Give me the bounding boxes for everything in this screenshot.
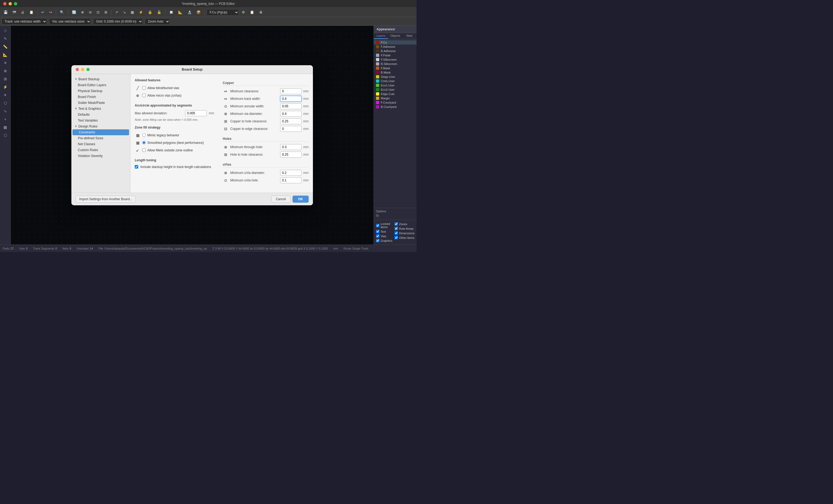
3d-button[interactable]: 📦 — [195, 9, 203, 15]
tree-item-predefined-sizes[interactable]: Pre-defined Sizes — [71, 135, 130, 141]
tree-item-text-graphics[interactable]: ▼ Text & Graphics — [71, 106, 130, 112]
redo-button[interactable]: ↪ — [47, 9, 54, 15]
min-annular-width-input[interactable] — [280, 103, 302, 109]
tree-item-text-variables[interactable]: Text Variables — [71, 118, 130, 123]
layer-item-adhesive1[interactable]: F.Adhesive — [374, 45, 416, 49]
tree-item-custom-rules[interactable]: Custom Rules — [71, 147, 130, 153]
min-uvia-hole-input[interactable] — [280, 177, 302, 183]
netlist-button[interactable]: 📐 — [176, 9, 184, 15]
locked-items-checkbox[interactable] — [376, 224, 379, 227]
import-settings-button[interactable]: Import Settings from Another Board... — [76, 196, 136, 202]
layer-item-dwgs[interactable]: Dwgs.User — [374, 75, 416, 79]
lock-button[interactable]: 🔒 — [146, 9, 154, 15]
micro-vias-checkbox[interactable] — [142, 94, 146, 97]
mimic-legacy-radio[interactable] — [142, 134, 146, 137]
zone-button[interactable]: ▦ — [129, 9, 136, 15]
tree-item-board-stackup[interactable]: ▼ Board Stackup — [71, 76, 130, 82]
hole-to-hole-clearance-input[interactable] — [280, 152, 302, 158]
max-deviation-input[interactable] — [185, 110, 207, 116]
include-stackup-checkbox[interactable] — [135, 165, 138, 169]
cross-tool[interactable]: ✕ — [1, 59, 9, 67]
tab-objects[interactable]: Objects — [388, 33, 402, 39]
allow-fillets-checkbox[interactable] — [142, 148, 146, 152]
layer-item-mask1[interactable]: F.Mask — [374, 66, 416, 70]
unlock-button[interactable]: 🔓 — [155, 9, 163, 15]
zoom-select[interactable]: Zoom Auto — [145, 18, 170, 25]
dimensions-checkbox[interactable] — [395, 231, 398, 235]
layer-item-paste1[interactable]: F.Paste — [374, 53, 416, 57]
layer-item-edge-cuts[interactable]: Edge.Cuts — [374, 92, 416, 96]
layer-item-silkscreen2[interactable]: B.Silkscreen — [374, 62, 416, 66]
grid-tool[interactable]: ⊞ — [1, 75, 9, 83]
track-select[interactable]: Track: use netclass width — [2, 18, 47, 25]
route2-button[interactable]: ↘ — [121, 9, 128, 15]
save-button[interactable]: 💾 — [2, 9, 10, 15]
tree-item-violation-severity[interactable]: Violation Severity — [71, 153, 130, 159]
maximize-button[interactable] — [14, 2, 17, 5]
ok-button[interactable]: OK — [292, 196, 309, 202]
board-setup-button[interactable]: 📋 — [248, 9, 256, 15]
zoom-fit-button[interactable]: ⊡ — [95, 9, 101, 15]
via-select[interactable]: Via: use netclass sizes — [49, 18, 91, 25]
dialog-close-btn[interactable] — [76, 68, 79, 71]
tree-item-physical-stackup[interactable]: Physical Stackup — [71, 88, 130, 94]
zoom-in-button[interactable]: ⊕ — [79, 9, 86, 15]
zoom-out-button[interactable]: ⊖ — [87, 9, 94, 15]
smoothed-polygons-radio[interactable] — [142, 141, 146, 144]
cursor-tool[interactable]: ⊹ — [1, 27, 9, 34]
tree-item-design-rules[interactable]: ▼ Design Rules — [71, 123, 130, 129]
layer-item-courtyard-f[interactable]: F.Courtyard — [374, 100, 416, 105]
route-button[interactable]: ↗ — [113, 9, 120, 15]
layer-item-eco2[interactable]: Eco2.User — [374, 88, 416, 92]
layer-settings-button[interactable]: ⚙ — [240, 9, 247, 15]
map-button[interactable]: 🗺 — [11, 9, 18, 15]
drc2-tool[interactable]: ⚡ — [1, 83, 9, 91]
blind-buried-checkbox[interactable] — [142, 86, 146, 90]
tab-layers[interactable]: Layers — [374, 33, 388, 39]
graphics-checkbox[interactable] — [376, 239, 379, 242]
copy-button[interactable]: 📋 — [27, 9, 35, 15]
wire-tool[interactable]: ∿ — [1, 107, 9, 115]
tree-item-net-classes[interactable]: Net Classes — [71, 141, 130, 147]
pad-tool[interactable]: ⬡ — [1, 99, 9, 107]
min-uvia-diameter-input[interactable] — [280, 170, 302, 176]
min-clearance-input[interactable] — [280, 88, 302, 94]
layer-item-mask2[interactable]: B.Mask — [374, 70, 416, 75]
layer-item-courtyard-b[interactable]: B.Courtyard — [374, 105, 416, 109]
copper-tool[interactable]: ⬡ — [1, 131, 9, 139]
min-via-diameter-input[interactable] — [280, 111, 302, 117]
refresh-button[interactable]: 🔄 — [70, 9, 78, 15]
dialog-maximize-btn[interactable] — [87, 68, 90, 71]
drc-button[interactable]: ⚡ — [137, 9, 145, 15]
tab-nets[interactable]: Nets — [402, 33, 416, 39]
copper-edge-clearance-input[interactable] — [280, 126, 302, 132]
measure-tool[interactable]: 📐 — [1, 51, 9, 58]
minimize-button[interactable] — [8, 2, 12, 5]
layer-item-cmts[interactable]: Cmts.User — [374, 79, 416, 83]
rule-areas-checkbox[interactable] — [395, 227, 398, 230]
cancel-button[interactable]: Cancel — [271, 196, 290, 202]
copper-hole-clearance-input[interactable] — [280, 118, 302, 124]
edit-tool[interactable]: ✎ — [1, 35, 9, 42]
layer-item-adhesive2[interactable]: B.Adhesive — [374, 49, 416, 53]
plane-tool[interactable]: ▦ — [1, 123, 9, 131]
tree-item-defaults[interactable]: Defaults — [71, 112, 130, 118]
dialog-minimize-btn[interactable] — [81, 68, 84, 71]
component-button[interactable]: 🔲 — [167, 9, 175, 15]
place-tool[interactable]: + — [1, 115, 9, 123]
search-button[interactable]: 🔍 — [58, 9, 66, 15]
layer-item-eco1[interactable]: Eco1.User — [374, 83, 416, 88]
min-through-hole-input[interactable] — [280, 144, 302, 150]
canvas-area[interactable]: Board Setup ▼ Board Stackup Board Editor… — [11, 26, 374, 244]
highlight-tool[interactable]: ☀ — [1, 91, 9, 99]
text-checkbox[interactable] — [376, 230, 379, 233]
vias-checkbox[interactable] — [376, 234, 379, 238]
tree-item-solder-mask[interactable]: Solder Mask/Paste — [71, 100, 130, 106]
layer-item-silkscreen1[interactable]: F.Silkscreen — [374, 57, 416, 62]
scripting-button[interactable]: 🖥 — [257, 9, 264, 15]
min-track-width-input[interactable] — [280, 96, 302, 102]
close-button[interactable] — [3, 2, 6, 5]
rule-tool[interactable]: 📏 — [1, 43, 9, 50]
inspect-button[interactable]: 🔬 — [186, 9, 193, 15]
tree-item-constraints[interactable]: Constraints — [72, 129, 129, 135]
